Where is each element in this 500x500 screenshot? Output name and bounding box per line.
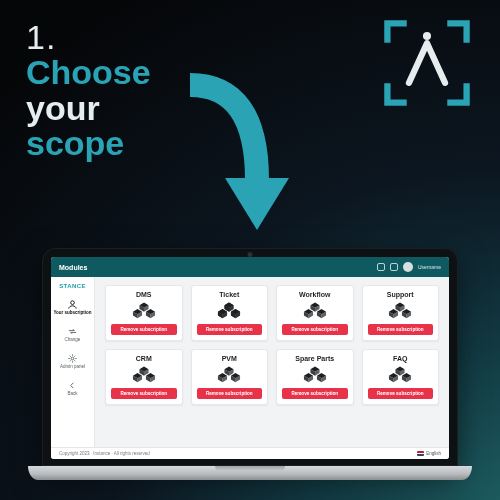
flag-icon [417, 451, 424, 456]
module-card-spare-parts[interactable]: Spare Parts Remove subscription [276, 349, 354, 405]
card-title: Ticket [219, 291, 239, 298]
cubes-icon [387, 301, 413, 321]
back-icon [67, 380, 78, 391]
remove-subscription-button[interactable]: Remove subscription [282, 388, 348, 399]
copyright-text: Copyright 2023 · Instance · All rights r… [59, 451, 150, 456]
topbar-actions: Username [377, 262, 441, 272]
card-title: Workflow [299, 291, 330, 298]
laptop-mockup: Modules Username STANCE Your subscriptio… [42, 248, 458, 480]
help-icon[interactable] [390, 263, 398, 271]
remove-subscription-button[interactable]: Remove subscription [197, 388, 263, 399]
module-card-dms[interactable]: DMS Remove subscription [105, 285, 183, 341]
sidebar-item-subscription[interactable]: Your subscription [53, 299, 91, 316]
module-card-ticket[interactable]: Ticket Remove subscription [191, 285, 269, 341]
language-label: English [426, 451, 441, 456]
notification-icon[interactable] [377, 263, 385, 271]
cubes-icon [216, 365, 242, 385]
sidebar-item-label: Admin panel [60, 365, 85, 370]
modules-grid: DMS Remove subscription Ticket Remove su… [105, 285, 439, 405]
sidebar-item-label: Your subscription [53, 311, 91, 316]
cubes-icon [387, 365, 413, 385]
avatar[interactable] [403, 262, 413, 272]
laptop-base [28, 466, 472, 480]
module-card-crm[interactable]: CRM Remove subscription [105, 349, 183, 405]
remove-subscription-button[interactable]: Remove subscription [282, 324, 348, 335]
brand-logo-icon [382, 18, 472, 108]
cubes-icon [131, 301, 157, 321]
admin-icon [67, 353, 78, 364]
svg-point-1 [71, 301, 75, 305]
change-icon [67, 326, 78, 337]
card-title: PVM [222, 355, 237, 362]
headline-line3: scope [26, 126, 151, 162]
remove-subscription-button[interactable]: Remove subscription [111, 388, 177, 399]
modules-area: DMS Remove subscription Ticket Remove su… [95, 277, 449, 447]
step-number: 1. [26, 18, 151, 57]
card-title: CRM [136, 355, 152, 362]
cubes-icon [302, 301, 328, 321]
username-label: Username [418, 264, 441, 270]
sidebar-item-admin[interactable]: Admin panel [60, 353, 85, 370]
module-card-faq[interactable]: FAQ Remove subscription [362, 349, 440, 405]
svg-point-0 [423, 32, 431, 40]
laptop-bezel: Modules Username STANCE Your subscriptio… [42, 248, 458, 466]
module-card-support[interactable]: Support Remove subscription [362, 285, 440, 341]
sidebar-item-label: Change [65, 338, 81, 343]
page-title: Modules [59, 264, 87, 271]
remove-subscription-button[interactable]: Remove subscription [197, 324, 263, 335]
sidebar-item-change[interactable]: Change [65, 326, 81, 343]
remove-subscription-button[interactable]: Remove subscription [111, 324, 177, 335]
app-window: Modules Username STANCE Your subscriptio… [51, 257, 449, 459]
app-topbar: Modules Username [51, 257, 449, 277]
module-card-workflow[interactable]: Workflow Remove subscription [276, 285, 354, 341]
module-card-pvm[interactable]: PVM Remove subscription [191, 349, 269, 405]
remove-subscription-button[interactable]: Remove subscription [368, 388, 434, 399]
arrow-icon [175, 70, 295, 250]
app-footer: Copyright 2023 · Instance · All rights r… [51, 447, 449, 459]
cubes-icon [302, 365, 328, 385]
language-switch[interactable]: English [417, 451, 441, 456]
headline-line1: Choose [26, 55, 151, 91]
remove-subscription-button[interactable]: Remove subscription [368, 324, 434, 335]
cubes-icon [131, 365, 157, 385]
app-body: STANCE Your subscription Change Admin pa… [51, 277, 449, 447]
user-icon [67, 299, 78, 310]
brand-name: STANCE [59, 283, 86, 289]
headline: 1. Choose your scope [26, 18, 151, 162]
svg-point-2 [71, 357, 74, 360]
card-title: DMS [136, 291, 152, 298]
sidebar-item-label: Back [67, 392, 77, 397]
sidebar: STANCE Your subscription Change Admin pa… [51, 277, 95, 447]
sidebar-item-back[interactable]: Back [67, 380, 78, 397]
card-title: FAQ [393, 355, 407, 362]
card-title: Spare Parts [295, 355, 334, 362]
cubes-icon [216, 301, 242, 321]
card-title: Support [387, 291, 414, 298]
headline-line2: your [26, 91, 151, 127]
